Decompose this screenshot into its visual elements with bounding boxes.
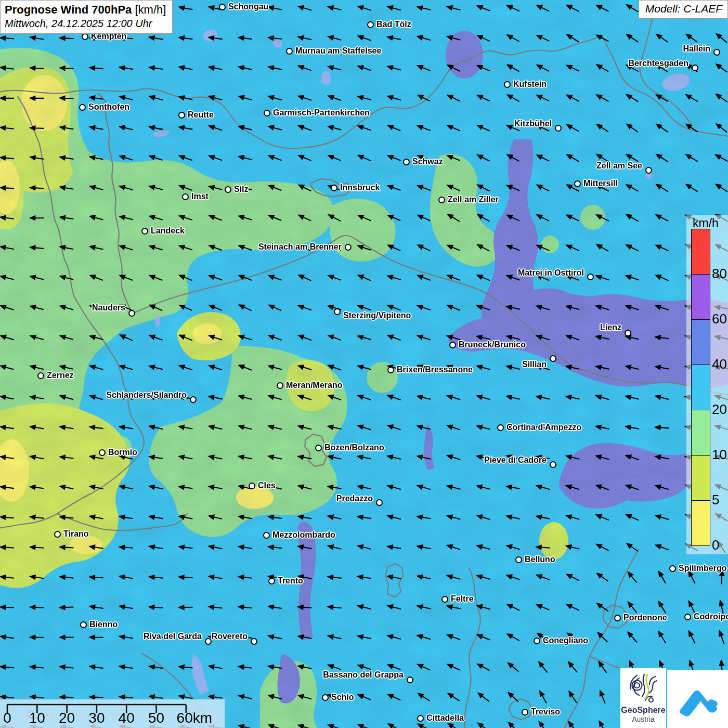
scalebar-label: 20 [59, 711, 75, 725]
city-label: Hallein [683, 45, 710, 53]
city-marker [331, 185, 337, 191]
title-text: Prognose Wind 700hPa [5, 3, 132, 16]
city-label: Steinach am Brenner [258, 243, 342, 251]
city-marker [205, 638, 212, 645]
city-label: Murnau am Staffelsee [295, 47, 381, 55]
city-label: Garmisch-Partenkirchen [273, 109, 370, 117]
scalebar-label: 60km [177, 711, 212, 725]
city-label: Pordenone [623, 614, 667, 622]
city-marker [574, 180, 581, 187]
city-label: Bormio [108, 448, 137, 457]
city-marker [263, 532, 270, 539]
city-marker [555, 125, 562, 132]
city-label: Bienno [89, 620, 118, 629]
city-marker [264, 110, 270, 116]
city-label: Conegliano [543, 636, 588, 645]
legend-tick-label: 20 [712, 402, 727, 416]
city-marker [286, 48, 293, 55]
mountain-cloud-icon [675, 677, 720, 722]
city-label: Zernez [47, 371, 74, 380]
city-marker [225, 186, 231, 193]
city-marker [550, 355, 556, 362]
city-label: Lienz [600, 323, 621, 332]
model-label: Modell: C-LAEF [645, 3, 722, 15]
city-label: Matrei in Osttirol [518, 269, 584, 277]
geosphere-contour-icon [627, 671, 660, 705]
city-label: Pieve di Cadore [484, 456, 547, 464]
city-marker [522, 709, 528, 716]
city-marker [441, 596, 448, 603]
city-marker [497, 424, 504, 431]
city-label: Imst [191, 192, 209, 201]
legend-color-10 [691, 410, 710, 456]
city-label: Nauders [92, 304, 125, 312]
city-label: Schwaz [412, 158, 443, 166]
city-marker [190, 396, 197, 403]
title-box: Prognose Wind 700hPa [km/h] Mittwoch, 24… [0, 0, 173, 34]
city-marker [334, 308, 341, 315]
city-label: Cles [258, 482, 276, 490]
legend-color-20 [691, 365, 710, 410]
city-marker [407, 677, 413, 683]
city-label: Sonthofen [88, 103, 129, 111]
city-marker [684, 614, 691, 620]
city-marker [79, 104, 86, 111]
forecast-datetime: Mittwoch, 24.12.2025 12:00 Uhr [5, 18, 166, 30]
city-layer: SchongauBad TölzKemptenMurnau am Staffel… [0, 0, 728, 728]
city-marker [645, 167, 652, 174]
legend: km/h 806040201050 [686, 215, 728, 554]
city-marker [99, 449, 106, 456]
city-marker [80, 621, 87, 628]
scalebar-label: 0 [3, 711, 11, 725]
city-marker [515, 556, 522, 563]
geosphere-logo: GeoSphere Austria [620, 668, 666, 728]
city-marker [82, 33, 88, 40]
city-marker [128, 310, 135, 317]
city-label: Berchtesgaden [628, 59, 688, 68]
city-label: Kufstein [513, 80, 547, 88]
city-label: Codroipo [694, 613, 728, 621]
legend-color-0 [691, 500, 710, 546]
city-label: Reutte [188, 111, 214, 119]
model-box: Modell: C-LAEF [639, 0, 728, 19]
city-label: Bad Tölz [376, 20, 411, 29]
city-marker [504, 81, 511, 88]
city-label: Mezzolombardo [272, 531, 335, 539]
scalebar-label: 50 [148, 711, 164, 725]
city-marker [387, 367, 394, 373]
city-label: Bozen/Bolzano [324, 444, 384, 452]
city-marker [178, 112, 185, 119]
city-marker [534, 638, 540, 644]
city-marker [322, 694, 329, 701]
legend-tick-label: 80 [712, 267, 727, 280]
geosphere-org-label: GeoSphere [620, 706, 666, 715]
city-marker [277, 382, 283, 389]
city-marker [54, 531, 61, 538]
city-label: Zell am See [596, 162, 642, 170]
title-unit: [km/h] [135, 3, 166, 16]
city-label: Rovereto [212, 632, 248, 641]
app-logo [667, 670, 728, 728]
city-label: Innsbruck [340, 184, 380, 192]
city-marker [692, 64, 698, 71]
legend-color-60 [691, 274, 710, 320]
city-marker [376, 499, 383, 506]
city-label: Mittersill [583, 179, 618, 188]
legend-color-5 [691, 455, 710, 501]
city-label: Cittadella [426, 714, 464, 722]
city-label: Sterzing/Vipiteno [343, 311, 411, 320]
city-label: Schongau [228, 3, 268, 11]
city-label: Bassano del Grappa [323, 671, 404, 679]
legend-tick-label: 10 [712, 448, 727, 461]
city-marker [251, 638, 257, 645]
city-marker [268, 578, 275, 584]
city-label: Cortina d'Ampezzo [506, 423, 581, 432]
city-marker [141, 228, 148, 235]
city-label: Tirano [63, 530, 89, 538]
city-marker [37, 372, 44, 379]
page-title: Prognose Wind 700hPa [km/h] [5, 3, 166, 17]
city-label: Landeck [151, 227, 185, 235]
city-label: Schlanders/Silandro [106, 391, 187, 399]
scalebar-label: 40 [119, 711, 135, 725]
legend-tick-label: 0 [712, 538, 719, 552]
